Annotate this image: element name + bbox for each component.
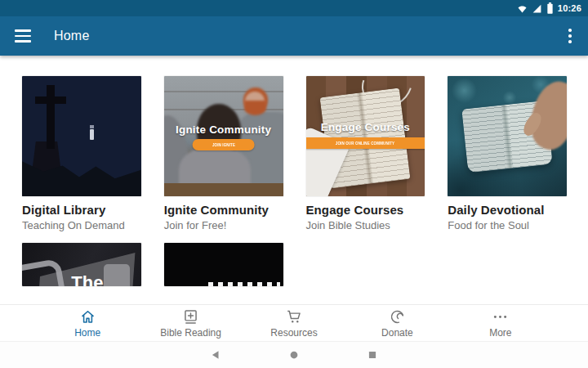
android-system-nav (0, 341, 588, 368)
card-subtitle: Food for the Soul (448, 219, 567, 231)
cup-shape (104, 264, 130, 286)
digital-library-image (22, 76, 141, 196)
card-grid-row-1: Digital Library Teaching On Demand Ignit… (0, 56, 588, 231)
home-icon (79, 308, 96, 325)
cross-silhouette (47, 85, 55, 149)
card-title: Engage Courses (306, 203, 425, 217)
app-screen: 10:26 Home Digital Library (0, 0, 588, 368)
nav-label: Resources (270, 327, 317, 339)
home-circle-icon[interactable] (288, 349, 300, 361)
lighthouse-shape (90, 129, 94, 140)
gray-logo-outline (22, 258, 69, 286)
card-grid-row-2: The (0, 231, 588, 286)
cellular-signal-icon (532, 3, 542, 14)
join-online-community-button[interactable]: JOIN OUR ONLINE COMMUNITY (306, 137, 425, 149)
wifi-icon (517, 3, 528, 14)
donate-icon (389, 308, 406, 325)
nav-item-resources[interactable]: Resources (243, 305, 345, 341)
app-bar: Home (0, 16, 588, 56)
card-partial-2[interactable] (164, 243, 283, 286)
join-ignite-button[interactable]: JOIN IGNITE (192, 139, 255, 150)
overflow-menu-icon[interactable] (552, 16, 588, 56)
nav-item-more[interactable]: More (449, 305, 552, 341)
ignite-community-image: Ignite Community JOIN IGNITE (164, 76, 283, 196)
image-overlay-title: Ignite Community (164, 123, 283, 136)
card-digital-library[interactable]: Digital Library Teaching On Demand (22, 76, 141, 231)
resources-cart-icon (286, 308, 303, 325)
bible-reading-icon (182, 308, 199, 325)
battery-icon (546, 2, 554, 14)
back-icon[interactable] (210, 349, 221, 361)
status-bar: 10:26 (0, 0, 588, 16)
nav-item-donate[interactable]: Donate (345, 305, 448, 341)
engage-courses-image: Engage Courses JOIN OUR ONLINE COMMUNITY (306, 76, 425, 196)
nav-label: More (489, 327, 511, 339)
card-title: Daily Devotional (448, 203, 567, 217)
nav-label: Donate (381, 327, 413, 339)
image-overlay-title: Engage Courses (306, 121, 425, 133)
daily-devotional-image (448, 76, 567, 196)
hamburger-menu-icon[interactable] (3, 16, 42, 56)
card-subtitle: Join for Free! (164, 219, 283, 231)
nav-label: Bible Reading (160, 327, 221, 339)
bottom-navigation-bar: Home Bible Reading Resources (0, 304, 588, 341)
card-engage-courses[interactable]: Engage Courses JOIN OUR ONLINE COMMUNITY… (306, 76, 425, 231)
card-subtitle: Teaching On Demand (22, 219, 141, 231)
card-partial-1[interactable]: The (22, 243, 141, 286)
nav-label: Home (74, 327, 100, 339)
partial-card-image (164, 243, 283, 286)
more-icon (492, 308, 509, 325)
recents-icon[interactable] (367, 349, 378, 361)
nav-item-bible-reading[interactable]: Bible Reading (139, 305, 242, 341)
card-title: Digital Library (22, 203, 141, 217)
card-title: Ignite Community (164, 203, 283, 217)
nav-item-home[interactable]: Home (36, 305, 139, 341)
page-title: Home (54, 29, 89, 43)
card-daily-devotional[interactable]: Daily Devotional Food for the Soul (448, 76, 567, 231)
content-area: Digital Library Teaching On Demand Ignit… (0, 56, 588, 304)
status-time: 10:26 (558, 3, 581, 13)
card-subtitle: Join Bible Studies (306, 219, 425, 231)
clipped-white-text-tops (208, 282, 280, 286)
partial-card-image: The (22, 243, 141, 286)
image-overlay-text: The (71, 272, 103, 286)
card-ignite-community[interactable]: Ignite Community JOIN IGNITE Ignite Comm… (164, 76, 283, 231)
